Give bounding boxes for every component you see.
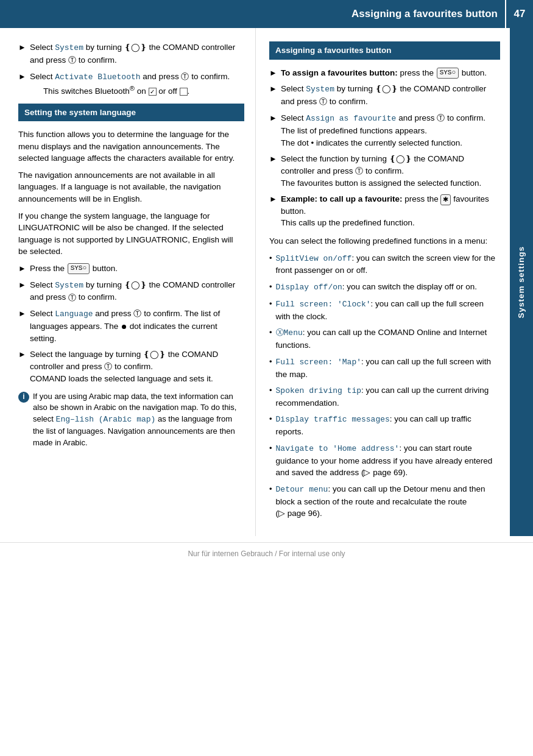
bullet-text: Select Activate Bluetooth and press Ⓣ to… bbox=[30, 71, 244, 97]
left-column: ► Select System by turning ❴◯❵ the COMAN… bbox=[0, 28, 256, 536]
mono-navigate-home: Navigate to 'Home address' bbox=[276, 444, 400, 453]
list-item: • Full screen: 'Clock': you can call up … bbox=[269, 298, 500, 322]
list-item-text: Display off/on: you can switch the displ… bbox=[276, 281, 477, 294]
footer-text: Nur für internen Gebrauch / For internal… bbox=[188, 549, 345, 558]
paragraph-3: If you change the system language, the l… bbox=[18, 210, 244, 258]
list-item: • ⓍMenu: you can call up the COMAND Onli… bbox=[269, 327, 500, 351]
mono-fullscreen-map: Full screen: 'Map' bbox=[276, 358, 361, 367]
bullet-text: Select System by turning ❴◯❵ the COMAND … bbox=[30, 41, 244, 66]
list-item: • Display off/on: you can switch the dis… bbox=[269, 281, 500, 294]
checkbox-checked-icon bbox=[149, 88, 157, 96]
paragraph-1: This function allows you to determine th… bbox=[18, 129, 244, 164]
bullet-arrow-icon: ► bbox=[269, 83, 277, 95]
header-title-area: Assigning a favourites button bbox=[0, 0, 505, 28]
confirm-icon: Ⓣ bbox=[104, 361, 112, 373]
mono-language: Language bbox=[55, 309, 93, 319]
bullet-arrow-icon: ► bbox=[18, 349, 26, 361]
bullet-text: Example: to call up a favourite: press t… bbox=[281, 193, 500, 229]
controller-icon: ❴◯❵ bbox=[143, 349, 166, 361]
list-item-text: SplitView on/off: you can switch the scr… bbox=[276, 252, 500, 277]
list-item: • Full screen: 'Map': you can call up th… bbox=[269, 356, 500, 380]
dot-marker-icon: • bbox=[269, 443, 272, 454]
section-heading-language: Setting the system language bbox=[18, 104, 244, 122]
sidebar-label: System settings bbox=[510, 28, 533, 536]
list-item: ► Select Language and press Ⓣ to confirm… bbox=[18, 308, 244, 344]
bullet-arrow-icon: ► bbox=[269, 68, 277, 79]
bullet-arrow-icon: ► bbox=[18, 308, 26, 320]
bullet-text: Select System by turning ❴◯❵ the COMAND … bbox=[281, 83, 500, 108]
confirm-icon: Ⓣ bbox=[68, 292, 76, 304]
list-item: ► Select Assign as favourite and press Ⓣ… bbox=[269, 112, 500, 149]
mono-english-arabic: Eng–lish (Arabic map) bbox=[56, 415, 156, 424]
list-item-text: Detour menu: you can call up the Detour … bbox=[276, 483, 500, 520]
mono-splitview: SplitView on/off bbox=[276, 254, 352, 263]
bullet-arrow-icon: ► bbox=[18, 263, 26, 275]
bullet-text: To assign a favourites button: press the… bbox=[281, 67, 500, 79]
controller-icon: ❴◯❵ bbox=[389, 154, 412, 165]
confirm-icon: Ⓣ bbox=[133, 308, 141, 320]
bold-prefix: To assign a favourites button: bbox=[281, 68, 398, 77]
list-item-text: Full screen: 'Clock': you can call up th… bbox=[276, 298, 500, 322]
list-item-text: Navigate to 'Home address': you can star… bbox=[276, 442, 500, 479]
confirm-icon: Ⓣ bbox=[68, 55, 76, 66]
bold-prefix: Example: to call up a favourite: bbox=[281, 194, 403, 203]
syso-button-icon: SYS○ bbox=[68, 263, 90, 274]
predefined-intro: You can select the following predefined … bbox=[269, 235, 500, 247]
list-item: ► Example: to call up a favourite: press… bbox=[269, 193, 500, 229]
dot-marker-icon: • bbox=[269, 327, 272, 339]
info-note-text: If you are using Arabic map data, the te… bbox=[33, 391, 244, 449]
dot-marker-icon: • bbox=[269, 484, 272, 495]
content-area: ► Select System by turning ❴◯❵ the COMAN… bbox=[0, 28, 533, 536]
dot-marker-icon: • bbox=[269, 299, 272, 310]
list-item-text: Full screen: 'Map': you can call up the … bbox=[276, 356, 500, 380]
controller-icon: ❴◯❵ bbox=[375, 83, 398, 95]
page-title: Assigning a favourites button bbox=[351, 7, 498, 22]
language-bullets: ► Press the SYS○ button. ► Select System… bbox=[18, 263, 244, 385]
list-item: ► Select System by turning ❴◯❵ the COMAN… bbox=[269, 83, 500, 108]
mono-assign-fav: Assign as favourite bbox=[306, 114, 396, 123]
list-item-text: ⓍMenu: you can call up the COMAND Online… bbox=[276, 327, 500, 351]
bullet-text: Select the language by turning ❴◯❵ the C… bbox=[30, 348, 244, 384]
list-item: • Spoken driving tip: you can call up th… bbox=[269, 384, 500, 409]
bullet-arrow-icon: ► bbox=[269, 154, 277, 165]
bullet-text: Select the function by turning ❴◯❵ the C… bbox=[281, 153, 500, 189]
bullet-text: Select Assign as favourite and press Ⓣ t… bbox=[281, 112, 500, 149]
mono-display-off: Display off/on bbox=[276, 283, 342, 292]
bluetooth-checkbox-line: This switches Bluetooth® on or off . bbox=[43, 87, 189, 96]
mono-activate-bt: Activate Bluetooth bbox=[55, 72, 140, 82]
dot-marker-icon: • bbox=[269, 253, 272, 264]
mono-fullscreen-clock: Full screen: 'Clock' bbox=[276, 300, 371, 309]
mono-menu: ⓍMenu bbox=[276, 328, 303, 337]
sidebar-label-text: System settings bbox=[515, 246, 528, 319]
favourites-bullets: ► To assign a favourites button: press t… bbox=[269, 67, 500, 229]
list-item: ► Press the SYS○ button. bbox=[18, 263, 244, 275]
bullet-arrow-icon: ► bbox=[269, 113, 277, 124]
list-item: ► Select the language by turning ❴◯❵ the… bbox=[18, 348, 244, 384]
list-item-text: Display traffic messages: you can call u… bbox=[276, 413, 500, 437]
mono-system2: System bbox=[55, 281, 83, 290]
predefined-functions-list: • SplitView on/off: you can switch the s… bbox=[269, 252, 500, 520]
dot-marker-icon: • bbox=[269, 385, 272, 397]
list-item: ► Select Activate Bluetooth and press Ⓣ … bbox=[18, 71, 244, 97]
bullet-arrow-icon: ► bbox=[18, 280, 26, 291]
list-item: ► Select System by turning ❴◯❵ the COMAN… bbox=[18, 279, 244, 304]
paragraph-2: The navigation announcements are not ava… bbox=[18, 169, 244, 205]
bullet-text: Select System by turning ❴◯❵ the COMAND … bbox=[30, 279, 244, 304]
list-item: ► Select the function by turning ❴◯❵ the… bbox=[269, 153, 500, 189]
bullet-arrow-icon: ► bbox=[18, 42, 26, 54]
mono-system: System bbox=[55, 43, 83, 52]
mono-spoken-tip: Spoken driving tip bbox=[276, 386, 361, 395]
info-icon: i bbox=[18, 392, 29, 403]
dot-marker-icon: • bbox=[269, 281, 272, 293]
list-item: • Navigate to 'Home address': you can st… bbox=[269, 442, 500, 479]
list-item: • Detour menu: you can call up the Detou… bbox=[269, 483, 500, 520]
syso-button-icon: SYS○ bbox=[437, 68, 459, 79]
bullet-text: Press the SYS○ button. bbox=[30, 263, 244, 275]
dot-marker-icon: • bbox=[269, 356, 272, 368]
controller-icon: ❴◯❵ bbox=[124, 42, 147, 54]
bullet-arrow-icon: ► bbox=[269, 194, 277, 205]
confirm-icon: Ⓣ bbox=[181, 71, 189, 83]
list-item-text: Spoken driving tip: you can call up the … bbox=[276, 384, 500, 409]
info-note: i If you are using Arabic map data, the … bbox=[18, 391, 244, 449]
confirm-icon: Ⓣ bbox=[319, 96, 327, 108]
